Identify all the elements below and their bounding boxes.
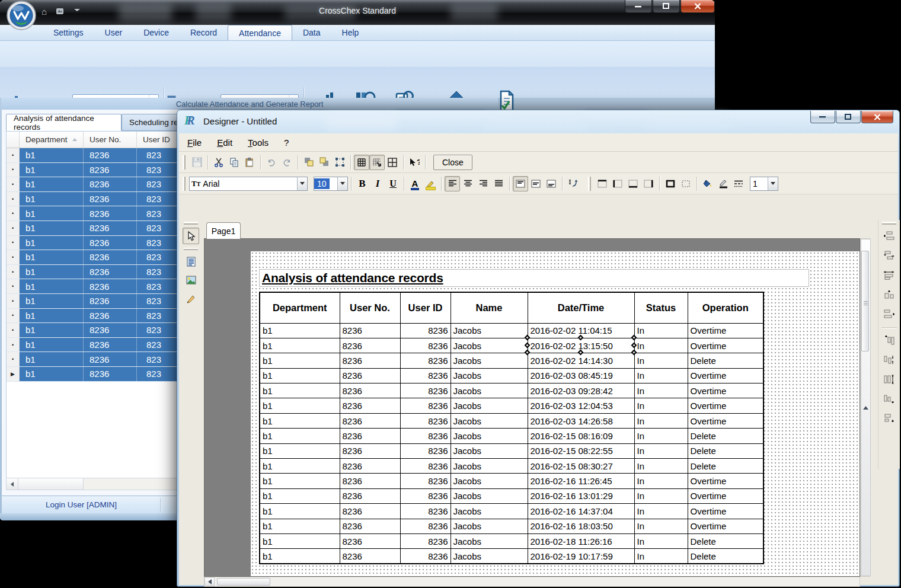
report-cell[interactable]: Jacobs xyxy=(451,398,528,413)
ribbon-tab-attendance[interactable]: Attendance xyxy=(228,25,292,40)
ribbon-tab-device[interactable]: Device xyxy=(133,25,180,40)
scrollbar-thumb[interactable] xyxy=(861,251,869,351)
frame-left-button[interactable] xyxy=(610,176,625,191)
align-horizontal-centers-button[interactable] xyxy=(881,247,897,264)
report-column-header-user-no[interactable]: User No. xyxy=(340,292,400,323)
report-cell[interactable]: Jacobs xyxy=(451,459,528,474)
ribbon-tab-data[interactable]: Data xyxy=(292,25,331,40)
report-table-row[interactable]: b182368236Jacobs2016-02-15 08:30:27InDel… xyxy=(260,459,763,474)
report-cell[interactable]: 8236 xyxy=(340,549,400,564)
cut-button[interactable] xyxy=(211,155,226,170)
report-cell[interactable]: 8236 xyxy=(400,413,451,428)
align-tops-button[interactable] xyxy=(881,332,897,349)
report-cell[interactable]: Delete xyxy=(688,429,763,443)
bring-to-front-button[interactable] xyxy=(301,155,317,170)
app-logo-icon[interactable] xyxy=(55,7,65,17)
report-cell[interactable]: Jacobs xyxy=(451,413,528,428)
align-middle-button[interactable] xyxy=(528,176,544,191)
report-column-header-department[interactable]: Department xyxy=(260,292,340,323)
attendance-grid-row[interactable]: •b182368236 xyxy=(7,221,178,236)
paste-button[interactable] xyxy=(242,155,257,170)
align-justify-button[interactable] xyxy=(491,176,506,191)
align-bottom-button[interactable] xyxy=(544,176,559,191)
maximize-button[interactable] xyxy=(836,111,861,123)
report-cell[interactable]: Jacobs xyxy=(451,504,528,519)
italic-button[interactable]: I xyxy=(370,176,385,191)
report-table-row[interactable]: b182368236Jacobs2016-02-03 09:28:42InOve… xyxy=(260,384,763,398)
report-cell[interactable]: b1 xyxy=(260,474,340,488)
report-cell[interactable]: In xyxy=(634,338,688,353)
scrollbar-thumb[interactable] xyxy=(18,478,84,490)
report-cell[interactable]: b1 xyxy=(260,519,340,533)
report-cell[interactable]: 8236 xyxy=(400,429,451,443)
attendance-grid-row[interactable]: ▶b182368236 xyxy=(7,367,178,382)
report-cell[interactable]: Jacobs xyxy=(451,549,528,564)
save-button[interactable] xyxy=(189,155,205,170)
align-right-edges-button[interactable] xyxy=(881,306,897,322)
report-cell[interactable]: 2016-02-16 18:03:50 xyxy=(528,519,634,533)
report-title-memo[interactable]: Analysis of attendance records xyxy=(259,269,809,287)
report-cell[interactable]: In xyxy=(634,519,688,533)
report-cell[interactable]: Jacobs xyxy=(451,323,528,338)
toolbar-handle[interactable] xyxy=(183,155,186,170)
report-cell[interactable]: Delete xyxy=(688,459,763,474)
line-color-button[interactable] xyxy=(715,176,731,191)
report-cell[interactable]: 8236 xyxy=(400,443,451,458)
column-header-user-id[interactable]: User ID xyxy=(137,132,178,148)
report-cell[interactable]: 2016-02-16 11:26:45 xyxy=(528,474,634,488)
canvas-vertical-scrollbar[interactable] xyxy=(860,238,870,577)
panel-tab-analysis-of-attendance-records[interactable]: Analysis of attendance records xyxy=(6,114,122,131)
report-cell[interactable]: b1 xyxy=(260,368,340,383)
attendance-grid-row[interactable]: •b182368236 xyxy=(7,323,178,338)
report-cell[interactable]: b1 xyxy=(260,504,340,519)
report-cell[interactable]: In xyxy=(634,429,688,443)
report-cell[interactable]: 8236 xyxy=(340,398,400,413)
report-cell[interactable]: Jacobs xyxy=(451,429,528,443)
report-cell[interactable]: In xyxy=(634,323,688,338)
attendance-grid-row[interactable]: •b182368236 xyxy=(7,206,178,221)
report-column-header-name[interactable]: Name xyxy=(451,292,528,323)
report-cell[interactable]: 8236 xyxy=(340,459,400,474)
report-cell[interactable]: 8236 xyxy=(400,384,451,398)
report-table-row[interactable]: b182368236Jacobs2016-02-15 08:16:09InDel… xyxy=(260,429,763,443)
report-table-row[interactable]: b182368236Jacobs2016-02-02 11:04:15InOve… xyxy=(260,323,763,338)
all-frame-button[interactable] xyxy=(663,176,678,191)
report-cell[interactable]: Delete xyxy=(688,443,763,458)
report-cell[interactable]: 8236 xyxy=(400,323,451,338)
report-cell[interactable]: b1 xyxy=(260,384,340,398)
menu-edit[interactable]: Edit xyxy=(217,138,232,148)
menu-[interactable]: ? xyxy=(284,138,289,148)
report-column-header-date-time[interactable]: Date/Time xyxy=(528,292,634,323)
report-cell[interactable]: 2016-02-19 10:17:59 xyxy=(528,549,634,564)
report-cell[interactable]: In xyxy=(634,384,688,398)
page-tab[interactable]: Page1 xyxy=(206,222,241,239)
report-cell[interactable]: 2016-02-02 14:14:30 xyxy=(528,353,634,368)
report-cell[interactable]: Delete xyxy=(688,549,763,564)
report-table-row[interactable]: b182368236Jacobs2016-02-16 18:03:50InOve… xyxy=(260,519,763,533)
menu-file[interactable]: File xyxy=(187,138,202,148)
report-cell[interactable]: 8236 xyxy=(340,504,400,519)
select-tool-button[interactable] xyxy=(183,228,199,244)
no-frame-button[interactable] xyxy=(678,176,694,191)
report-column-header-status[interactable]: Status xyxy=(634,292,688,323)
report-cell[interactable]: 8236 xyxy=(400,474,451,488)
ribbon-tab-record[interactable]: Record xyxy=(180,25,228,40)
report-cell[interactable]: b1 xyxy=(260,488,340,503)
report-column-header-operation[interactable]: Operation xyxy=(688,292,763,323)
attendance-grid-row[interactable]: •b182368236 xyxy=(7,352,178,367)
report-cell[interactable]: 8236 xyxy=(400,549,451,564)
center-horizontally-in-band-button[interactable] xyxy=(881,286,897,303)
font-size-combobox[interactable]: 10 xyxy=(314,177,348,191)
bold-button[interactable]: B xyxy=(354,176,370,191)
scroll-left-button[interactable] xyxy=(205,577,215,586)
report-table-row[interactable]: b182368236Jacobs2016-02-16 11:26:45InOve… xyxy=(260,474,763,488)
report-cell[interactable]: 2016-02-03 08:45:19 xyxy=(528,368,634,383)
frame-top-button[interactable] xyxy=(595,176,610,191)
report-cell[interactable]: 8236 xyxy=(400,504,451,519)
report-cell[interactable]: 2016-02-15 08:22:55 xyxy=(528,443,634,458)
report-cell[interactable]: b1 xyxy=(260,443,340,458)
same-width-button[interactable] xyxy=(881,267,897,283)
show-grid-button[interactable] xyxy=(354,155,369,170)
highlight-color-button[interactable] xyxy=(423,176,438,191)
toolbar-handle[interactable] xyxy=(882,222,896,225)
